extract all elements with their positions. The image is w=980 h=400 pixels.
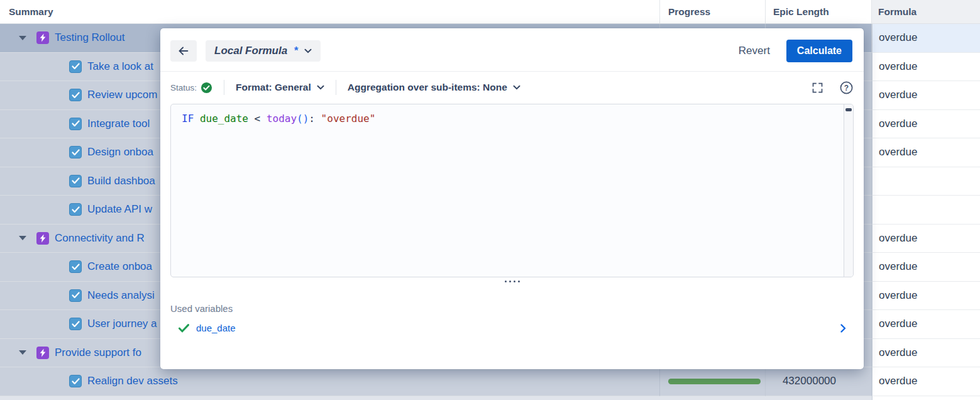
code-token-op (315, 113, 321, 125)
formula-cell[interactable]: overdue (872, 367, 980, 396)
issue-summary-link[interactable]: Build dashboa (87, 175, 155, 187)
status-label: Status: (170, 83, 197, 92)
checkbox-checked-icon[interactable] (69, 175, 82, 187)
triangle-down-icon[interactable] (19, 236, 26, 240)
epic-length-cell: 432000000 (766, 367, 872, 396)
partial-row (0, 396, 980, 400)
triangle-down-icon[interactable] (19, 36, 26, 40)
fullscreen-icon[interactable] (811, 81, 824, 94)
issue-summary-link[interactable]: Integrate tool (87, 118, 150, 130)
code-token-kw: IF (182, 113, 194, 125)
formula-cell[interactable]: overdue (872, 339, 980, 368)
code-token-op (248, 113, 255, 125)
checkbox-checked-icon[interactable] (69, 289, 82, 302)
arrow-left-icon (177, 44, 190, 58)
formula-cell[interactable]: overdue (872, 310, 980, 339)
formula-cell[interactable]: overdue (872, 138, 980, 167)
issue-summary-link[interactable]: Review upcom (87, 89, 158, 101)
epic-lightning-icon (36, 347, 49, 359)
formula-cell[interactable] (872, 167, 980, 196)
epic-summary-link[interactable]: Testing Rollout (55, 31, 125, 44)
format-label: Format: General (236, 82, 311, 93)
checkbox-checked-icon[interactable] (69, 260, 82, 273)
table-row: Realign dev assets432000000overdue (0, 367, 980, 396)
issue-summary-link[interactable]: User journey a (87, 318, 157, 330)
epic-summary-link[interactable]: Connectivity and R (55, 232, 145, 245)
progress-bar (668, 379, 761, 384)
code-token-str: "overdue" (321, 113, 376, 125)
chevron-right-icon[interactable] (840, 324, 846, 333)
issue-summary-link[interactable]: Design onboa (87, 146, 153, 158)
svg-text:?: ? (844, 83, 849, 92)
column-header-progress[interactable]: Progress (660, 0, 766, 23)
checkbox-checked-icon[interactable] (69, 118, 82, 130)
chevron-down-icon (317, 85, 324, 90)
summary-cell[interactable]: Realign dev assets (0, 367, 660, 396)
column-header-epic-length[interactable]: Epic Length (766, 0, 872, 23)
code-token-op: < (255, 113, 261, 125)
formula-cell[interactable]: overdue (872, 24, 980, 53)
formula-code-line: IF due_date < today(): "overdue" (171, 104, 853, 126)
used-variables-label: Used variables (170, 303, 854, 314)
formula-name: Local Formula (214, 45, 287, 57)
revert-button[interactable]: Revert (739, 45, 770, 57)
triangle-down-icon[interactable] (19, 350, 26, 355)
issue-summary-link[interactable]: Realign dev assets (87, 375, 178, 387)
column-header-formula[interactable]: Formula (872, 0, 980, 23)
issue-summary-link[interactable]: Take a look at (87, 60, 153, 73)
checkbox-checked-icon[interactable] (69, 60, 82, 73)
toolbar-divider (224, 80, 224, 95)
epic-summary-link[interactable]: Provide support fo (55, 347, 141, 359)
editor-scrollbar[interactable] (844, 104, 853, 277)
code-token-var: due_date (200, 113, 248, 125)
editor-resize-handle[interactable] (160, 277, 864, 282)
epic-lightning-icon (36, 31, 49, 44)
question-circle-icon[interactable]: ? (839, 81, 854, 95)
back-button[interactable] (170, 40, 197, 62)
aggregation-dropdown[interactable]: Aggregation over sub-items: None (348, 82, 520, 93)
column-header-summary[interactable]: Summary (0, 0, 660, 23)
code-token-paren: () (297, 113, 309, 125)
code-token-op (260, 113, 267, 125)
checkbox-checked-icon[interactable] (69, 375, 82, 387)
progress-cell (660, 367, 766, 396)
editor-scrollbar-thumb[interactable] (845, 108, 852, 111)
code-token-op (194, 113, 200, 125)
check-circle-icon (201, 82, 212, 94)
aggregation-label: Aggregation over sub-items: None (348, 82, 507, 93)
toolbar-divider (336, 80, 336, 95)
formula-cell[interactable]: overdue (872, 81, 980, 110)
formula-code-editor[interactable]: IF due_date < today(): "overdue" (170, 104, 854, 277)
formula-cell[interactable] (872, 196, 980, 225)
formula-cell[interactable]: overdue (872, 53, 980, 82)
variable-name-link[interactable]: due_date (196, 323, 236, 333)
epic-lightning-icon (36, 232, 49, 245)
chevron-down-icon (304, 48, 312, 53)
checkbox-checked-icon[interactable] (69, 318, 82, 330)
formula-name-dropdown[interactable]: Local Formula * (206, 40, 321, 62)
issue-summary-link[interactable]: Create onboa (87, 260, 152, 273)
formula-cell[interactable]: overdue (872, 225, 980, 253)
checkbox-checked-icon[interactable] (69, 146, 82, 158)
checkbox-checked-icon[interactable] (69, 89, 82, 101)
formula-editor-dialog: Local Formula * Revert Calculate Status:… (160, 28, 864, 369)
used-variable-row: due_date (179, 323, 846, 333)
issue-summary-link[interactable]: Update API w (87, 203, 152, 216)
checkbox-checked-icon[interactable] (69, 203, 82, 216)
unsaved-indicator: * (294, 45, 298, 57)
formula-cell[interactable]: overdue (872, 282, 980, 311)
dialog-header: Local Formula * Revert Calculate (160, 28, 864, 71)
issue-summary-link[interactable]: Needs analysi (87, 289, 155, 302)
calculate-button[interactable]: Calculate (786, 40, 852, 62)
format-dropdown[interactable]: Format: General (236, 82, 324, 93)
table-header: SummaryProgressEpic LengthFormula (0, 0, 980, 24)
code-token-fn: today (267, 113, 297, 125)
formula-cell[interactable]: overdue (872, 110, 980, 139)
dialog-toolbar: Status: Format: General Aggregation over… (160, 72, 864, 102)
check-icon (179, 324, 189, 333)
formula-cell[interactable]: overdue (872, 253, 980, 282)
chevron-down-icon (513, 85, 520, 90)
code-token-op: : (309, 113, 315, 125)
